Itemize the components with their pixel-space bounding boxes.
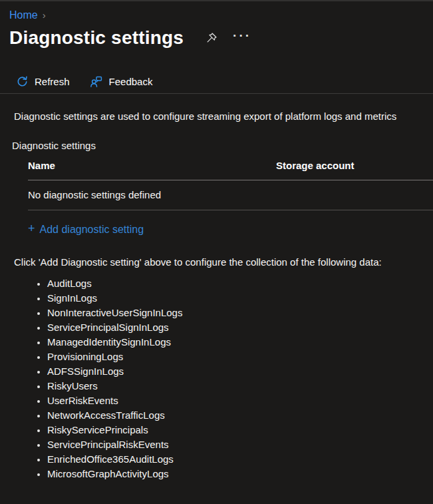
list-item: ServicePrincipalRiskEvents [47, 437, 433, 452]
table-header-row: Name Storage account [28, 160, 433, 180]
feedback-button[interactable]: Feedback [88, 73, 154, 91]
pin-button[interactable] [202, 29, 221, 47]
diagnostic-settings-page: Home › Diagnostic settings ··· [0, 1, 433, 481]
add-diagnostic-setting-link[interactable]: + Add diagnostic setting [28, 222, 144, 236]
list-item: RiskyServicePrincipals [47, 423, 433, 437]
list-item: EnrichedOffice365AuditLogs [47, 452, 433, 467]
section-label: Diagnostic settings [12, 140, 433, 151]
list-item: SignInLogs [47, 291, 433, 306]
refresh-label: Refresh [35, 76, 70, 87]
column-header-name: Name [28, 160, 276, 171]
log-types-list: AuditLogs SignInLogs NonInteractiveUserS… [0, 276, 433, 481]
instruction-text: Click 'Add Diagnostic setting' above to … [14, 256, 433, 268]
more-button[interactable]: ··· [230, 32, 254, 44]
list-item: NonInteractiveUserSignInLogs [47, 306, 433, 320]
toolbar: Refresh Feedback [0, 70, 433, 94]
title-row: Diagnostic settings ··· [9, 27, 433, 49]
list-item: ManagedIdentitySignInLogs [47, 335, 433, 350]
more-icon: ··· [233, 33, 251, 39]
page-description: Diagnostic settings are used to configur… [14, 111, 433, 122]
list-item: AuditLogs [47, 276, 433, 291]
column-header-storage-account: Storage account [276, 160, 433, 171]
pin-icon [205, 31, 218, 45]
add-link-label: Add diagnostic setting [40, 224, 144, 236]
feedback-icon [90, 75, 103, 89]
list-item: NetworkAccessTrafficLogs [47, 408, 433, 423]
feedback-label: Feedback [109, 76, 153, 87]
breadcrumb: Home › [0, 1, 433, 21]
list-item: UserRiskEvents [47, 393, 433, 408]
list-item: ServicePrincipalSignInLogs [47, 320, 433, 335]
breadcrumb-home-link[interactable]: Home [9, 9, 38, 21]
list-item: ProvisioningLogs [47, 350, 433, 364]
chevron-right-icon: › [43, 9, 46, 21]
page-title: Diagnostic settings [9, 27, 184, 49]
refresh-button[interactable]: Refresh [15, 73, 71, 91]
list-item: RiskyUsers [47, 379, 433, 393]
list-item: ADFSSignInLogs [47, 364, 433, 379]
list-item: MicrosoftGraphActivityLogs [47, 467, 433, 481]
empty-message: No diagnostic settings defined [28, 189, 161, 200]
plus-icon: + [28, 222, 35, 236]
table-empty-row: No diagnostic settings defined [28, 180, 433, 210]
refresh-icon [16, 75, 29, 88]
diagnostic-settings-table: Name Storage account No diagnostic setti… [28, 160, 433, 210]
